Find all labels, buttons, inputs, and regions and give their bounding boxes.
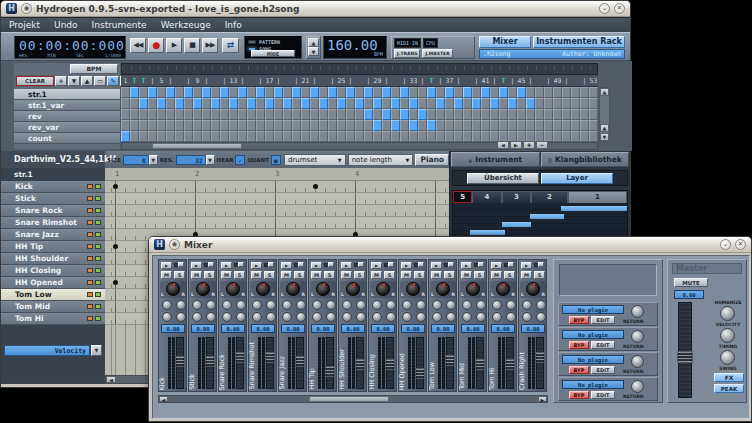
song-grid-cell[interactable] xyxy=(427,98,436,109)
clear-pattern-sequence-button[interactable]: CLEAR xyxy=(16,76,54,86)
draw-mode-icon[interactable]: ✎ xyxy=(107,76,119,86)
fx-send-knob[interactable] xyxy=(342,312,352,322)
fx-send-knob[interactable] xyxy=(312,312,322,322)
song-grid-cell[interactable] xyxy=(571,131,580,142)
song-grid-cell[interactable] xyxy=(490,109,499,120)
song-grid-cell[interactable] xyxy=(436,120,445,131)
song-grid-cell[interactable] xyxy=(220,131,229,142)
fx-edit-button[interactable]: EDIT xyxy=(591,316,615,324)
song-grid-cell[interactable] xyxy=(139,87,148,98)
song-grid-cell[interactable] xyxy=(238,87,247,98)
song-grid-cell[interactable] xyxy=(346,131,355,142)
song-grid-cell[interactable] xyxy=(490,87,499,98)
song-grid-cell[interactable] xyxy=(418,87,427,98)
song-grid-cell[interactable] xyxy=(580,87,589,98)
show-fx-button[interactable]: FX xyxy=(714,373,744,382)
fx-send-knob[interactable] xyxy=(476,300,486,310)
song-grid-cell[interactable] xyxy=(328,131,337,142)
song-grid-cell[interactable] xyxy=(526,87,535,98)
song-grid-cell[interactable] xyxy=(202,87,211,98)
strip-play-button[interactable]: ▶ xyxy=(431,262,442,269)
song-grid-cell[interactable] xyxy=(589,109,598,120)
tab-instrument[interactable]: ▲ Instrument xyxy=(451,152,540,167)
song-grid-cell[interactable] xyxy=(553,98,562,109)
song-grid-cell[interactable] xyxy=(283,120,292,131)
strip-mute-button[interactable]: M xyxy=(281,271,292,279)
strip-fader[interactable] xyxy=(356,337,364,389)
song-grid-cell[interactable] xyxy=(229,98,238,109)
song-grid-cell[interactable] xyxy=(139,131,148,142)
strip-mute-button[interactable]: M xyxy=(371,271,382,279)
fx-edit-button[interactable]: EDIT xyxy=(591,341,615,349)
song-grid-cell[interactable] xyxy=(346,87,355,98)
layer-header-cell[interactable]: 2 xyxy=(531,191,568,203)
song-grid-cell[interactable] xyxy=(220,120,229,131)
song-grid-cell[interactable] xyxy=(490,98,499,109)
note-grid-row[interactable] xyxy=(105,217,449,229)
scroll-left-icon[interactable]: ◀ xyxy=(159,396,168,402)
rollup-icon[interactable]: ⌄ xyxy=(720,239,731,250)
song-grid-cell[interactable] xyxy=(562,120,571,131)
fx-return-knob[interactable] xyxy=(631,380,644,393)
strip-mute-button[interactable]: M xyxy=(491,271,502,279)
song-grid-cell[interactable] xyxy=(517,98,526,109)
layer-header-cell[interactable]: 4 xyxy=(472,191,502,203)
song-grid-cell[interactable] xyxy=(463,87,472,98)
pan-knob[interactable] xyxy=(466,282,480,296)
beat-ruler[interactable]: 1234 xyxy=(105,168,449,181)
song-grid-cell[interactable] xyxy=(553,87,562,98)
song-grid-cell[interactable] xyxy=(454,131,463,142)
strip-options-button[interactable] xyxy=(358,262,364,267)
song-grid-cell[interactable] xyxy=(328,98,337,109)
fader-handle[interactable] xyxy=(295,356,305,367)
song-grid-cell[interactable] xyxy=(175,98,184,109)
fx-send-knob[interactable] xyxy=(222,312,232,322)
jack-transport-button[interactable]: J.TRANS xyxy=(394,49,420,58)
mute-led[interactable] xyxy=(87,268,93,273)
song-grid-cell[interactable] xyxy=(436,87,445,98)
song-grid-cell[interactable] xyxy=(319,98,328,109)
scrollbar-thumb[interactable] xyxy=(309,396,389,402)
fx-send-knob[interactable] xyxy=(536,300,546,310)
song-grid-cell[interactable] xyxy=(454,87,463,98)
song-grid-cell[interactable] xyxy=(400,131,409,142)
strip-options-button[interactable] xyxy=(418,262,424,267)
song-grid-cell[interactable] xyxy=(337,131,346,142)
song-grid-cell[interactable] xyxy=(463,120,472,131)
pattern-row[interactable]: rev_var xyxy=(14,122,120,133)
solo-led[interactable] xyxy=(95,232,101,237)
song-grid-cell[interactable] xyxy=(274,109,283,120)
fx-edit-button[interactable]: EDIT xyxy=(591,391,615,399)
song-grid-cell[interactable] xyxy=(130,98,139,109)
strip-play-button[interactable]: ▶ xyxy=(461,262,472,269)
fader-handle[interactable] xyxy=(475,359,485,370)
pan-knob[interactable] xyxy=(346,282,360,296)
strip-mute-button[interactable]: M xyxy=(521,271,532,279)
song-grid-cell[interactable] xyxy=(571,98,580,109)
bpm-up-button[interactable]: ▲ xyxy=(308,38,319,47)
song-grid-cell[interactable] xyxy=(265,87,274,98)
song-grid-cell[interactable] xyxy=(265,109,274,120)
song-grid-cell[interactable] xyxy=(202,131,211,142)
song-grid-cell[interactable] xyxy=(418,109,427,120)
layer-header-cell[interactable]: 3 xyxy=(502,191,532,203)
song-grid-cell[interactable] xyxy=(193,87,202,98)
pattern-row[interactable]: count xyxy=(14,133,120,144)
song-grid-cell[interactable] xyxy=(418,98,427,109)
song-grid-cell[interactable] xyxy=(373,109,382,120)
song-grid-cell[interactable] xyxy=(184,109,193,120)
song-grid-cell[interactable] xyxy=(265,120,274,131)
timeline-ruler[interactable]: 1TT|5||9||13||17||21||25||29||33|T|37||4… xyxy=(121,75,598,87)
master-mute-button[interactable]: MUTE xyxy=(674,278,708,287)
song-grid-cell[interactable] xyxy=(247,131,256,142)
song-grid-cell[interactable] xyxy=(292,98,301,109)
strip-solo-button[interactable]: S xyxy=(354,271,365,279)
mixer-toggle-button[interactable]: Mixer xyxy=(479,36,531,48)
pattern-row[interactable]: str.1_var xyxy=(14,100,120,111)
song-grid-cell[interactable] xyxy=(526,109,535,120)
song-grid-cell[interactable] xyxy=(544,109,553,120)
strip-fader[interactable] xyxy=(266,337,274,389)
solo-led[interactable] xyxy=(95,316,101,321)
fx-send-knob[interactable] xyxy=(356,312,366,322)
song-grid-cell[interactable] xyxy=(211,120,220,131)
